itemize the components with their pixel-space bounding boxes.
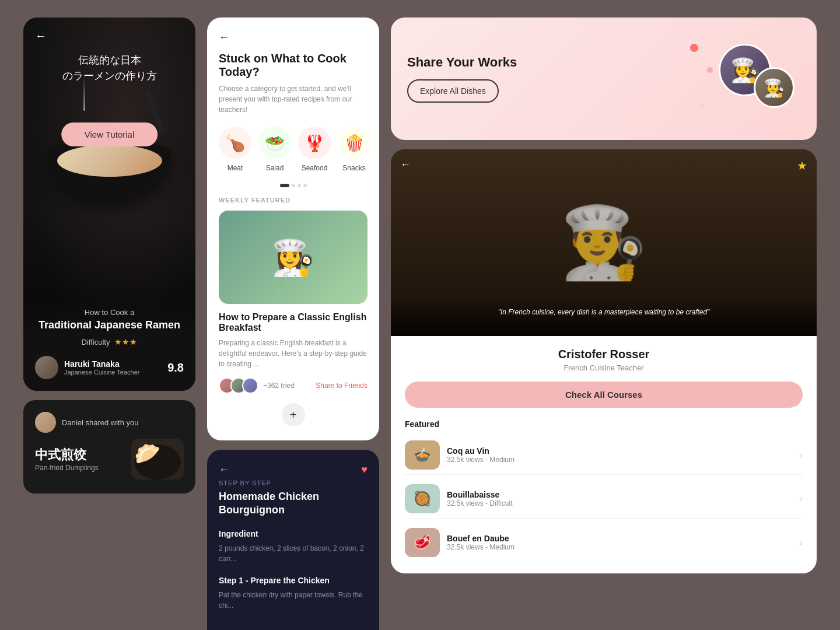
teacher-role: Japanese Cuisine Teacher — [64, 369, 167, 376]
shared-card: Daniel shared with you 中式煎饺 Pan-fried Du… — [23, 400, 195, 494]
share-title: Share Your Works — [407, 55, 707, 70]
ingredient-label: Ingredient — [219, 529, 368, 538]
step1-text: Pat the chicken dry with paper towels. R… — [219, 590, 368, 611]
ramen-title-japanese: 伝統的な日本のラーメンの作り方 — [23, 52, 195, 84]
bourguignon-title: Homemade Chicken Bourguignon — [219, 490, 368, 517]
step1-label: Step 1 - Prepare the Chicken — [219, 576, 368, 585]
coq-au-vin-name: Coq au Vin — [447, 446, 793, 456]
coq-au-vin-arrow-icon: › — [800, 450, 803, 460]
difficulty-label: Difficulty — [82, 338, 110, 346]
ramen-info-section: How to Cook a Traditional Japanese Ramen… — [23, 296, 195, 391]
coq-au-vin-image: 🍲 — [405, 440, 440, 470]
teacher-back-icon[interactable]: ← — [400, 159, 411, 171]
view-tutorial-button[interactable]: View Tutorial — [61, 123, 158, 146]
bouillabaisse-meta: 32.5k views - Difficult — [447, 499, 793, 508]
category-meat[interactable]: 🍗 Meat — [219, 127, 251, 172]
bouef-en-daube-image: 🥩 — [405, 528, 440, 557]
category-meat-label: Meat — [228, 164, 243, 172]
dumpling-title-cn: 中式煎饺 — [35, 446, 99, 464]
category-salad-label: Salad — [266, 164, 284, 172]
add-button[interactable]: + — [282, 403, 305, 426]
share-friends-link[interactable]: Share to Friends — [316, 382, 368, 390]
shared-user-avatar — [35, 412, 56, 433]
category-seafood-label: Seafood — [302, 164, 328, 172]
category-salad[interactable]: 🥗 Salad — [258, 127, 291, 172]
explore-all-dishes-button[interactable]: Explore All Dishes — [407, 79, 499, 103]
category-snacks[interactable]: 🍿 Snacks — [338, 127, 370, 172]
featured-dishes-list: 🍲 Coq au Vin 32.5k views - Medium › 🥘 Bo… — [405, 436, 803, 562]
person2-avatar: 👨‍🍳 — [754, 67, 794, 108]
difficulty-stars: ★★★ — [114, 337, 137, 346]
categories-row: 🍗 Meat 🥗 Salad 🦞 Seafood 🍿 Snacks — [219, 127, 368, 172]
ingredient-text: 2 pounds chicken, 2 slices of bacon, 2 o… — [219, 543, 368, 564]
cook-back-icon[interactable]: ← — [219, 32, 229, 44]
bouillabaisse-arrow-icon: › — [800, 494, 803, 504]
bouef-en-daube-arrow-icon: › — [800, 537, 803, 548]
share-illustration: 👩‍🍳 👨‍🍳 — [707, 32, 800, 125]
ramen-dish-title: Traditional Japanese Ramen — [35, 319, 184, 331]
bouillabaisse-image: 🥘 — [405, 484, 440, 513]
recipe-title: How to Prepare a Classic English Breakfa… — [219, 312, 368, 333]
ramen-card: ← 伝統的な日本のラーメンの作り方 View Tutorial How to C… — [23, 18, 195, 391]
teacher-profile-role: French Cuisine Teacher — [405, 363, 803, 372]
back-arrow-icon[interactable]: ← — [35, 29, 47, 43]
teacher-quote: "In French cuisine, every dish is a mast… — [402, 307, 805, 317]
coq-au-vin-meta: 32.5k views - Medium — [447, 456, 793, 464]
share-works-card: Share Your Works Explore All Dishes 👩‍🍳 … — [391, 18, 817, 140]
featured-dish-1[interactable]: 🍲 Coq au Vin 32.5k views - Medium › — [405, 436, 803, 475]
category-snacks-label: Snacks — [342, 164, 365, 172]
scroll-indicator — [219, 184, 368, 187]
teacher-avatar — [35, 356, 58, 379]
cook-today-card: ← Stuck on What to Cook Today? Choose a … — [207, 18, 379, 440]
weekly-featured-label: WEEKLY FEATURED — [219, 197, 368, 204]
featured-dish-2[interactable]: 🥘 Bouillabaisse 32.5k views - Difficult … — [405, 480, 803, 519]
shared-by-text: Daniel shared with you — [62, 418, 139, 427]
featured-recipe-image: 👩‍🍳 — [219, 211, 368, 304]
teacher-profile-card: 👨‍🍳 ← ★ "In French cuisine, every dish i… — [391, 149, 817, 573]
cook-today-subtitle: Choose a category to get started, and we… — [219, 83, 368, 115]
rating-score: 9.8 — [167, 361, 184, 374]
recipe-description: Preparing a classic English breakfast is… — [219, 338, 368, 369]
featured-section-label: Featured — [405, 419, 803, 429]
bouef-en-daube-name: Bouef en Daube — [447, 534, 793, 543]
ramen-illustration — [37, 88, 183, 216]
featured-dish-3[interactable]: 🥩 Bouef en Daube 32.5k views - Medium › — [405, 523, 803, 562]
cook-today-title: Stuck on What to Cook Today? — [219, 52, 368, 79]
recipe-footer: +362 tried Share to Friends — [219, 377, 368, 394]
bourg-back-icon[interactable]: ← — [219, 464, 229, 476]
bouillabaisse-name: Bouillabaisse — [447, 490, 793, 499]
teacher-star-icon[interactable]: ★ — [797, 159, 807, 173]
teacher-name: Haruki Tanaka — [64, 359, 167, 369]
dumpling-image: 🥟 — [131, 439, 184, 480]
check-courses-button[interactable]: Check All Courses — [405, 382, 803, 408]
category-seafood[interactable]: 🦞 Seafood — [298, 127, 331, 172]
tried-count: +362 tried — [263, 382, 295, 390]
favorite-heart-icon[interactable]: ♥ — [361, 464, 368, 476]
teacher-profile-name: Cristofer Rosser — [405, 348, 803, 361]
dumpling-subtitle: Pan-fried Dumplings — [35, 464, 99, 472]
step-by-step-label: STEP BY STEP — [219, 480, 368, 487]
how-to-label: How to Cook a — [35, 308, 184, 317]
bouef-en-daube-meta: 32.5k views - Medium — [447, 543, 793, 551]
bourguignon-card: ← ♥ STEP BY STEP Homemade Chicken Bourgu… — [207, 450, 379, 630]
